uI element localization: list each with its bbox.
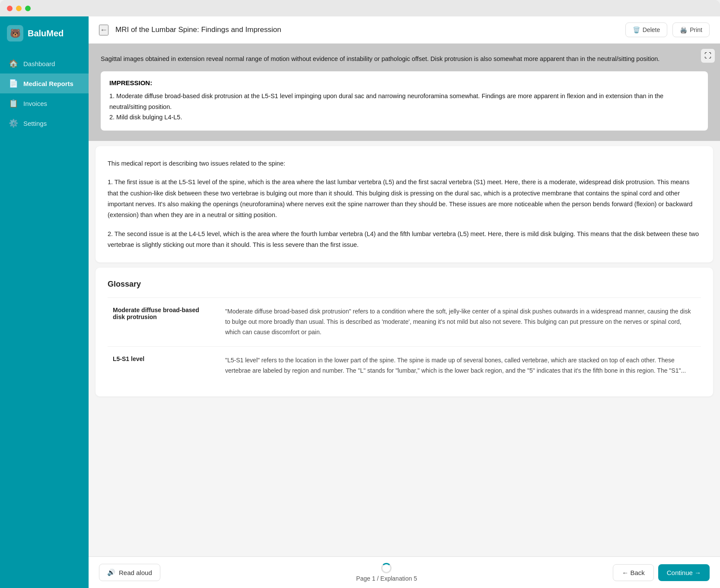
explanation-paragraph-1: 1. The first issue is at the L5-S1 level… <box>108 177 701 221</box>
glossary-term: L5-S1 level <box>108 346 220 384</box>
explanation-intro: This medical report is describing two is… <box>108 158 701 169</box>
impression-item-2: 2. Mild disk bulging L4-L5. <box>109 112 699 123</box>
pagination: Page 1 / Explanation 5 <box>356 563 417 582</box>
explanation-text: This medical report is describing two is… <box>108 158 701 251</box>
settings-icon: ⚙️ <box>9 118 18 128</box>
report-intro-text: Sagittal images obtained in extension re… <box>101 54 708 64</box>
continue-label: Continue → <box>667 569 701 576</box>
glossary-row: Moderate diffuse broad-based disk protru… <box>108 298 701 346</box>
sidebar-logo: 🐻 BaluMed <box>0 16 89 50</box>
glossary-table: Moderate diffuse broad-based disk protru… <box>108 297 701 384</box>
glossary-definition: "L5-S1 level" refers to the location in … <box>220 346 701 384</box>
explanation-paragraph-2: 2. The second issue is at the L4-L5 leve… <box>108 229 701 251</box>
maximize-button[interactable] <box>25 6 31 11</box>
report-image-section: ⛶ Sagittal images obtained in extension … <box>89 44 720 141</box>
sidebar-item-invoices[interactable]: 📋 Invoices <box>0 93 89 113</box>
explanation-section: This medical report is describing two is… <box>96 146 713 263</box>
sidebar-item-label: Settings <box>23 120 47 127</box>
print-button[interactable]: 🖨️ Print <box>672 22 710 37</box>
print-label: Print <box>690 26 702 33</box>
loading-spinner <box>381 563 392 573</box>
glossary-section: Glossary Moderate diffuse broad-based di… <box>96 268 713 396</box>
sidebar-item-label: Medical Reports <box>23 80 73 87</box>
delete-icon: 🗑️ <box>633 26 640 33</box>
app-container: 🐻 BaluMed 🏠 Dashboard 📄 Medical Reports … <box>0 16 720 588</box>
sidebar-item-settings[interactable]: ⚙️ Settings <box>0 113 89 133</box>
main-area: ← MRI of the Lumbar Spine: Findings and … <box>89 16 720 588</box>
expand-button[interactable]: ⛶ <box>701 49 715 63</box>
close-button[interactable] <box>7 6 13 11</box>
medical-reports-icon: 📄 <box>9 79 18 88</box>
bottom-bar: 🔊 Read aloud Page 1 / Explanation 5 ← Ba… <box>89 556 720 588</box>
content-scroll[interactable]: ⛶ Sagittal images obtained in extension … <box>89 44 720 556</box>
header-actions: 🗑️ Delete 🖨️ Print <box>625 22 710 37</box>
page-title: MRI of the Lumbar Spine: Findings and Im… <box>115 26 618 34</box>
glossary-definition: "Moderate diffuse broad-based disk protr… <box>220 298 701 346</box>
glossary-title: Glossary <box>108 280 701 289</box>
nav-buttons: ← Back Continue → <box>613 564 710 581</box>
pagination-text: Page 1 / Explanation 5 <box>356 575 417 582</box>
sidebar: 🐻 BaluMed 🏠 Dashboard 📄 Medical Reports … <box>0 16 89 588</box>
glossary-row: L5-S1 level "L5-S1 level" refers to the … <box>108 346 701 384</box>
impression-text: 1. Moderate diffuse broad-based disk pro… <box>109 91 699 123</box>
delete-button[interactable]: 🗑️ Delete <box>625 22 667 37</box>
logo-text: BaluMed <box>28 29 64 38</box>
impression-item-1: 1. Moderate diffuse broad-based disk pro… <box>109 91 699 112</box>
print-icon: 🖨️ <box>680 26 687 33</box>
window-chrome <box>0 0 720 16</box>
continue-button[interactable]: Continue → <box>658 564 710 581</box>
read-aloud-button[interactable]: 🔊 Read aloud <box>99 564 160 581</box>
back-nav-button[interactable]: ← <box>99 25 108 35</box>
sidebar-item-dashboard[interactable]: 🏠 Dashboard <box>0 54 89 74</box>
sidebar-item-medical-reports[interactable]: 📄 Medical Reports <box>0 74 89 93</box>
delete-label: Delete <box>643 26 660 33</box>
dashboard-icon: 🏠 <box>9 59 18 68</box>
sidebar-nav: 🏠 Dashboard 📄 Medical Reports 📋 Invoices… <box>0 50 89 137</box>
sidebar-item-label: Invoices <box>23 100 47 107</box>
logo-icon: 🐻 <box>7 25 23 42</box>
glossary-term: Moderate diffuse broad-based disk protru… <box>108 298 220 346</box>
speaker-icon: 🔊 <box>107 569 115 576</box>
minimize-button[interactable] <box>16 6 22 11</box>
impression-box: IMPRESSION: 1. Moderate diffuse broad-ba… <box>101 71 708 131</box>
sidebar-item-label: Dashboard <box>23 60 55 67</box>
invoices-icon: 📋 <box>9 99 18 108</box>
read-aloud-label: Read aloud <box>119 569 152 576</box>
impression-title: IMPRESSION: <box>109 79 699 86</box>
header: ← MRI of the Lumbar Spine: Findings and … <box>89 16 720 44</box>
back-button[interactable]: ← Back <box>613 564 654 581</box>
back-label: ← Back <box>622 569 645 576</box>
